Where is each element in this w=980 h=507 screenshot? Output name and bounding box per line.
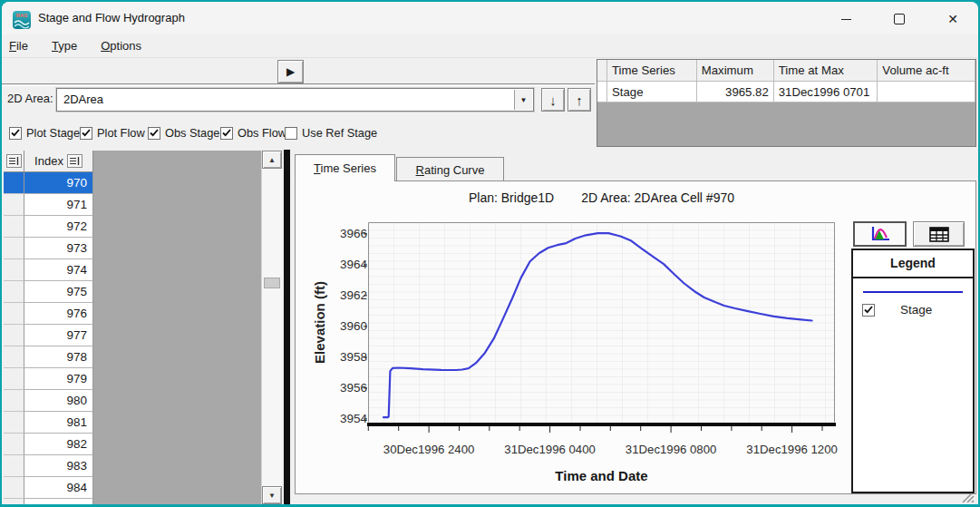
checkbox-label-obs-stage: Obs Stage: [165, 126, 219, 140]
left-splitter[interactable]: [284, 150, 290, 504]
down-arrow-icon: ↓: [549, 93, 557, 108]
chevron-down-icon: ▼: [520, 96, 528, 104]
menu-file[interactable]: File: [9, 39, 28, 53]
cell-index-value[interactable]: 984: [24, 477, 93, 499]
minimize-button[interactable]: [827, 7, 865, 31]
column-resize-icon[interactable]: [67, 154, 82, 168]
cell-index-value[interactable]: 978: [24, 346, 93, 368]
cell-row-stub[interactable]: [4, 368, 24, 390]
cell-row-974[interactable]: 974: [4, 259, 93, 281]
x-tick-label: 30Dec1996 2400: [383, 443, 474, 456]
y-tick-label: 3964: [320, 258, 367, 271]
max-table-header-4: Volume ac-ft: [878, 60, 975, 82]
y-tick-label: 3956: [320, 381, 367, 395]
scroll-down-button[interactable]: ▼: [262, 486, 282, 504]
header-stub: [597, 60, 607, 82]
cell-index-value[interactable]: 971: [24, 194, 93, 216]
cell-row-stub[interactable]: [4, 325, 24, 346]
cell-index-value[interactable]: 976: [24, 303, 93, 325]
max-table-cell-1: Stage: [607, 82, 697, 102]
cell-row-973[interactable]: 973: [4, 238, 93, 259]
cell-row-stub[interactable]: [4, 499, 24, 504]
menu-type[interactable]: Type: [52, 39, 77, 53]
column-resize-icon[interactable]: [6, 154, 22, 168]
checkbox-plot-stage[interactable]: [9, 127, 22, 140]
animation-slider-track[interactable]: [2, 83, 595, 86]
checkbox-obs-flow[interactable]: [220, 127, 233, 140]
cell-index-value[interactable]: 980: [24, 390, 93, 412]
cell-row-stub[interactable]: [4, 477, 24, 499]
cell-row-stub[interactable]: [4, 434, 24, 455]
cell-index-value[interactable]: 977: [24, 325, 93, 346]
cell-index-value[interactable]: 985: [24, 499, 93, 504]
cell-table-scrollbar[interactable]: ▲ ▼: [261, 151, 282, 504]
plot-gridlines: [368, 222, 835, 423]
cell-row-stub[interactable]: [4, 238, 24, 259]
scrollbar-thumb[interactable]: [264, 278, 280, 288]
max-table-header-3: Time at Max: [774, 60, 878, 82]
checkbox-label-plot-stage: Plot Stage: [26, 126, 80, 140]
cell-row-985[interactable]: 985: [4, 499, 93, 504]
checkbox-use-ref-stage[interactable]: [285, 127, 297, 140]
cell-index-value[interactable]: 983: [24, 455, 93, 477]
index-column-label: Index: [34, 154, 63, 168]
cell-index-value[interactable]: 975: [24, 281, 93, 303]
menu-options[interactable]: Options: [101, 39, 141, 53]
tab-time-series[interactable]: Time Series: [295, 154, 395, 181]
scroll-down-icon: ▼: [268, 492, 276, 500]
cell-index-value[interactable]: 972: [24, 216, 93, 238]
cell-row-stub[interactable]: [4, 281, 24, 303]
maximize-button[interactable]: [880, 7, 918, 31]
cell-index-value[interactable]: 979: [24, 368, 93, 390]
close-button[interactable]: ✕: [934, 7, 972, 31]
next-cell-button[interactable]: ↑: [568, 88, 591, 112]
cell-row-978[interactable]: 978: [4, 346, 93, 368]
cell-row-972[interactable]: 972: [4, 216, 93, 238]
cell-index-value[interactable]: 970: [24, 172, 93, 194]
maximize-icon: [894, 14, 905, 24]
max-table-header-row: Time SeriesMaximumTime at MaxVolume ac-f…: [597, 60, 975, 82]
cell-row-stub[interactable]: [4, 259, 24, 281]
cell-row-stub[interactable]: [4, 216, 24, 238]
index-column-header[interactable]: Index: [24, 151, 93, 172]
cell-row-971[interactable]: 971: [4, 194, 93, 216]
cell-row-984[interactable]: 984: [4, 477, 93, 499]
row-stub: [597, 82, 607, 102]
cell-row-stub[interactable]: [4, 172, 24, 194]
area-combobox[interactable]: 2DArea ▼: [56, 88, 534, 112]
option-use-ref-stage: Use Ref Stage: [285, 126, 377, 140]
max-table-row: Stage3965.8231Dec1996 0701: [597, 82, 975, 103]
cell-index-value[interactable]: 974: [24, 259, 93, 281]
cell-index-value[interactable]: 973: [24, 238, 93, 259]
cell-row-stub[interactable]: [4, 390, 24, 412]
plot-view-button[interactable]: [853, 221, 907, 247]
cell-row-976[interactable]: 976: [4, 303, 93, 325]
play-animation-button[interactable]: ▶: [277, 60, 304, 83]
cell-row-970[interactable]: 970: [4, 172, 93, 194]
cell-row-stub[interactable]: [4, 412, 24, 434]
cell-row-stub[interactable]: [4, 346, 24, 368]
tab-rating-curve[interactable]: Rating Curve: [396, 157, 504, 181]
combobox-dropdown-button[interactable]: ▼: [514, 90, 532, 110]
previous-cell-button[interactable]: ↓: [541, 88, 565, 112]
cell-row-980[interactable]: 980: [4, 390, 93, 412]
cell-row-975[interactable]: 975: [4, 281, 93, 303]
legend-stage-checkbox[interactable]: [862, 304, 875, 317]
y-tick-label: 3954: [320, 412, 367, 425]
cell-row-stub[interactable]: [4, 303, 24, 325]
cell-row-stub[interactable]: [4, 194, 24, 216]
scroll-up-button[interactable]: ▲: [262, 151, 282, 169]
checkbox-obs-stage[interactable]: [148, 127, 160, 140]
cell-row-977[interactable]: 977: [4, 325, 93, 346]
cell-index-value[interactable]: 982: [24, 434, 93, 455]
cell-index-value[interactable]: 981: [24, 412, 93, 434]
cell-row-stub[interactable]: [4, 455, 24, 477]
cell-row-983[interactable]: 983: [4, 455, 93, 477]
cell-row-981[interactable]: 981: [4, 412, 93, 434]
minimize-icon: [841, 19, 851, 20]
checkbox-label-obs-flow: Obs Flow: [238, 126, 286, 140]
cell-row-979[interactable]: 979: [4, 368, 93, 390]
cell-row-982[interactable]: 982: [4, 434, 93, 455]
table-view-button[interactable]: [913, 221, 965, 247]
checkbox-plot-flow[interactable]: [80, 127, 92, 140]
